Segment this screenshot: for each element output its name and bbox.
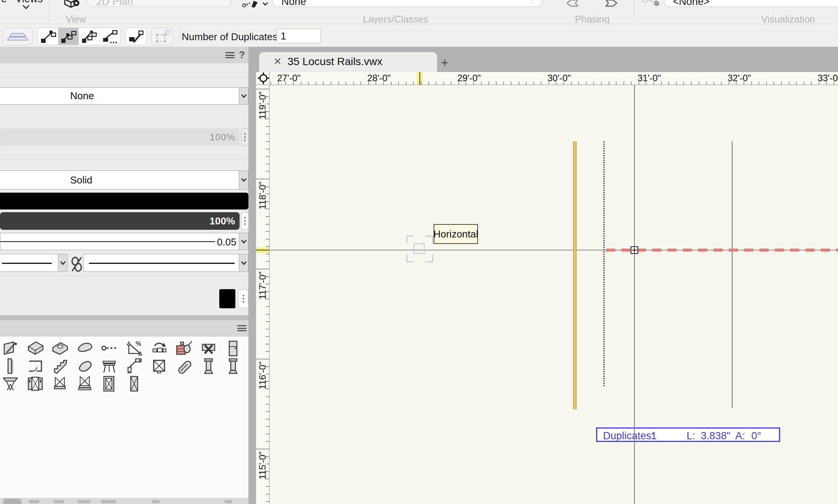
ruler-minor-tick [323, 82, 324, 85]
ruler-minor-tick [308, 82, 309, 85]
close-icon[interactable]: × [274, 54, 281, 69]
line-type-select[interactable] [83, 254, 248, 272]
duplicate-chain-mode-button[interactable] [58, 28, 79, 45]
ruler-minor-tick [256, 179, 269, 179]
marker-style-select[interactable] [0, 254, 67, 272]
palette-tab[interactable] [101, 500, 116, 503]
chevron-down-icon[interactable] [262, 2, 268, 6]
h-ruler-label: 31'-0" [638, 73, 661, 83]
rail-line-right[interactable] [732, 141, 733, 408]
window-sill-tool-icon[interactable] [51, 375, 69, 393]
new-tab-icon[interactable]: + [441, 55, 449, 70]
help-icon[interactable]: ? [239, 49, 245, 61]
floating-data-bar[interactable]: Duplicates: 1 L: 3.838" A: 0° [596, 427, 780, 442]
slab-hole-tool-icon[interactable] [51, 340, 69, 357]
tool-palette-header[interactable] [0, 320, 248, 337]
room-plan-tool-icon[interactable] [26, 357, 44, 375]
phase-forward-icon[interactable] [605, 0, 618, 8]
horizontal-ruler[interactable]: 27'-0"28'-0"29'-0"30'-0"31'-0"32'-0"33'-… [269, 72, 838, 85]
cube-settings-icon[interactable] [62, 0, 80, 8]
ruler-minor-tick [481, 82, 481, 85]
databar-duplicates-value[interactable]: 1 [651, 430, 657, 442]
panel-tool-icon[interactable] [1, 357, 20, 375]
palette-tab[interactable] [29, 500, 39, 503]
palette-tab[interactable] [77, 500, 90, 503]
view-mode-select[interactable]: 2D Plan [87, 0, 232, 7]
palette-menu-icon[interactable] [225, 52, 235, 58]
class-pen-icon[interactable] [242, 0, 260, 8]
window-stool-tool-icon[interactable] [76, 375, 94, 393]
bench-tool-icon[interactable] [100, 357, 118, 375]
confirm-mode-button[interactable] [125, 28, 147, 45]
move-by-points-mode-button[interactable] [100, 28, 120, 45]
molding-tool-icon[interactable] [76, 340, 94, 357]
dashed-rail-line[interactable] [603, 141, 605, 386]
document-tab[interactable]: × 35 Locust Rails.vwx [259, 52, 437, 72]
unlink-icon[interactable] [71, 257, 83, 272]
ruler-minor-tick [361, 82, 361, 85]
ruler-minor-tick [331, 82, 331, 85]
line-weight-select[interactable]: 0.05 [0, 233, 248, 250]
window-plan-tool-icon[interactable] [150, 357, 168, 375]
column-tool-icon[interactable] [199, 357, 218, 375]
panel-divider [0, 275, 248, 276]
fill-style-select[interactable]: None [0, 87, 248, 105]
control-point-tool-icon[interactable] [100, 340, 118, 357]
interactive-scale-mode-button[interactable] [3, 28, 33, 45]
drawing-canvas[interactable]: Horizontal Duplicates: 1 L: 3.838" A: 0° [269, 85, 838, 504]
ruler-minor-tick [526, 82, 526, 85]
elevation-marker-tool-icon[interactable] [125, 357, 143, 375]
swatch-menu-icon[interactable] [238, 289, 248, 308]
ruler-minor-tick [534, 82, 534, 85]
attributes-palette-header[interactable]: ? [0, 47, 248, 63]
visualization-select[interactable]: <None> [664, 0, 838, 7]
vertical-ruler[interactable]: 119'-0"118'-0"117'-0"116'-0"115'-0" [256, 85, 269, 504]
wall-pencil-tool-icon[interactable] [1, 340, 20, 357]
distribute-mode-button[interactable] [79, 28, 100, 45]
fill-opacity-menu-icon[interactable] [241, 128, 249, 146]
ramp-tool-icon[interactable] [174, 357, 193, 375]
marquee-mode-button[interactable] [151, 28, 173, 45]
ruler-minor-tick [669, 82, 669, 85]
tall-window-tool-icon[interactable] [125, 375, 143, 393]
palette-tab[interactable] [225, 500, 232, 503]
phase-back-icon[interactable] [566, 0, 579, 8]
roof-face-tool-icon[interactable] [26, 340, 44, 357]
palette-tab-selected[interactable] [3, 499, 21, 504]
framed-window-tool-icon[interactable] [100, 375, 118, 393]
ruler-minor-tick [266, 501, 269, 502]
ruler-minor-tick [601, 82, 601, 85]
table-tool-icon[interactable] [1, 375, 20, 393]
pilaster-tool-icon[interactable] [224, 357, 242, 375]
move-mode-button[interactable] [38, 28, 58, 45]
patch-tool-icon[interactable] [199, 340, 218, 357]
layers-select[interactable]: None [273, 0, 542, 7]
ruler-origin-box[interactable] [256, 72, 269, 85]
brick-render-tool-icon[interactable] [174, 340, 193, 357]
ruler-minor-tick [266, 321, 269, 322]
pen-opacity-menu-icon[interactable] [241, 212, 249, 230]
color-swatch[interactable] [219, 289, 235, 308]
databar-angle-value[interactable]: 0° [751, 430, 761, 442]
reference-point-marker [631, 246, 638, 254]
palette-tab[interactable] [54, 500, 64, 503]
rotate-object-tool-icon[interactable] [150, 340, 168, 357]
duplicates-count-input[interactable] [276, 29, 321, 43]
slope-percent-tool-icon[interactable]: % [125, 340, 143, 357]
chevron-down-icon[interactable] [22, 5, 30, 9]
pen-style-select[interactable]: Solid [0, 170, 248, 190]
curved-slab-tool-icon[interactable] [76, 357, 94, 375]
toolbar-divider [48, 0, 49, 21]
tool-palette-menu-icon[interactable] [237, 325, 246, 331]
ruler-minor-tick [511, 82, 511, 85]
pen-color-bar[interactable] [0, 193, 248, 209]
views-menu[interactable]: Views [15, 0, 50, 5]
pen-opacity-slider[interactable]: 100% [0, 212, 240, 230]
double-door-tool-icon[interactable] [26, 375, 44, 393]
stair-tool-icon[interactable] [51, 357, 69, 375]
databar-length-value[interactable]: 3.838" [701, 430, 730, 442]
highlighted-rail-line[interactable] [573, 141, 577, 409]
fill-opacity-slider[interactable]: 100% [0, 128, 240, 146]
palette-tab[interactable] [152, 500, 159, 503]
door-tool-icon[interactable] [224, 340, 242, 357]
